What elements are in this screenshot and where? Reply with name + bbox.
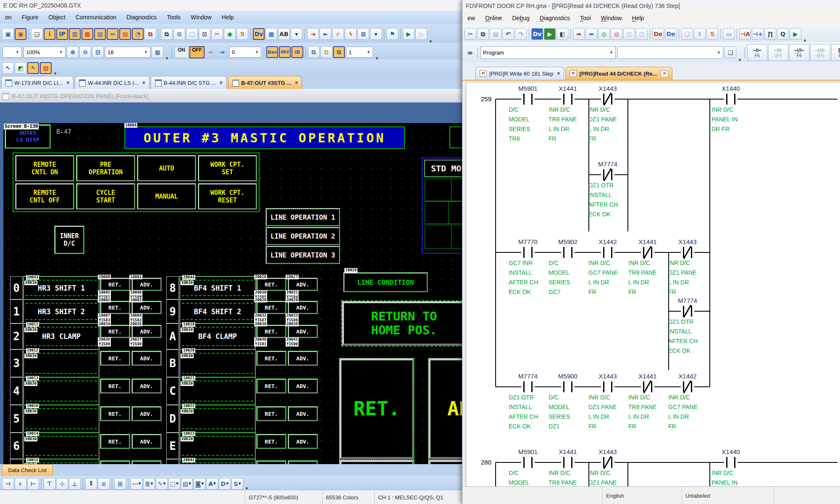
zoom-combo[interactable]: 100%▼: [24, 47, 66, 58]
right-table-row-cell[interactable]: BF4 SHIFT 1: [180, 276, 255, 299]
left-table-ret-button[interactable]: RET.: [100, 407, 130, 421]
left-table-row-cell[interactable]: HR3 SHIFT 1: [24, 276, 99, 299]
overflow-2-icon[interactable]: ▾: [370, 28, 382, 40]
menu-on[interactable]: on: [0, 11, 17, 24]
inner-dc-button[interactable]: INNER D/C: [55, 226, 84, 254]
menu-help[interactable]: Help: [217, 11, 239, 24]
line-style-icon[interactable]: ≣▼: [143, 478, 155, 490]
write-to-plc-icon[interactable]: ➡: [573, 28, 585, 40]
contact-x1441-nc[interactable]: [641, 381, 654, 393]
contact-m7774-nc[interactable]: [681, 305, 694, 317]
screen-window-icon[interactable]: ▣: [2, 28, 14, 40]
menu-object[interactable]: Object: [43, 11, 70, 24]
left-table-adv-button[interactable]: ADV.: [132, 461, 161, 464]
zoom-out-icon[interactable]: ⊖: [79, 46, 91, 58]
left-table-adv-button[interactable]: ADV.: [132, 407, 161, 421]
device-monitor-icon[interactable]: ▶: [544, 28, 556, 40]
find-icon[interactable]: ∞: [465, 47, 475, 58]
ladder-editor[interactable]: M5901D/CMODELSERIESTR8X1441INR D/CTR8 PA…: [466, 82, 840, 487]
monitor-pause-icon[interactable]: ◫: [623, 28, 635, 40]
parts-library-icon[interactable]: ▥: [69, 28, 81, 40]
gt-title-bar[interactable]: E DC RH OP_20250408.GTX: [0, 0, 462, 11]
contact-x1440[interactable]: [724, 457, 738, 468]
distribute-h-icon[interactable]: ⫴: [85, 478, 97, 490]
menu-window[interactable]: Window: [596, 12, 627, 24]
menu-online[interactable]: Online: [480, 12, 507, 24]
bring-to-front-icon[interactable]: ⧉: [161, 28, 173, 40]
left-table-ret-button[interactable]: RET.: [100, 278, 130, 291]
align-bottom-icon[interactable]: ⊥: [69, 478, 81, 490]
read-from-plc-icon[interactable]: ⬅: [585, 28, 597, 40]
run-green-icon[interactable]: ▶: [790, 28, 801, 40]
program-transfer-icon[interactable]: ⇅: [706, 28, 718, 40]
doc-search-icon[interactable]: ❏: [724, 47, 736, 58]
contact-m7770[interactable]: [521, 247, 535, 258]
text-solid-icon[interactable]: S▼: [231, 478, 243, 490]
fill-color-icon[interactable]: ◙▼: [194, 478, 205, 490]
pattern-style-icon[interactable]: ▨▼: [181, 478, 193, 490]
export-door-icon[interactable]: ⇤: [320, 28, 331, 40]
hmi-button-work-cpt-[interactable]: WORK CPT.RESET: [198, 184, 257, 209]
contact-x1443-nc[interactable]: [601, 93, 614, 105]
menu-communication[interactable]: Communication: [71, 11, 121, 24]
gx-title-bar[interactable]: FD\FRONT DOOR CP RH.gxw - [[PRG]Read 44 …: [462, 0, 840, 12]
ladder-f6-button[interactable]: ⊣/⊢F6: [789, 44, 809, 61]
distribute-v-icon[interactable]: ≡: [98, 478, 110, 490]
right-table-ret-button[interactable]: RET.: [257, 461, 286, 464]
right-table-adv-button[interactable]: ADV.: [288, 325, 318, 338]
monitor-stop-icon[interactable]: ◎: [611, 28, 622, 40]
close-icon[interactable]: ✕: [661, 70, 668, 77]
left-table-adv-button[interactable]: ADV.: [132, 278, 161, 291]
import-door-icon[interactable]: ⇥: [307, 28, 319, 40]
right-table-adv-button[interactable]: ADV.: [288, 434, 318, 449]
contact-x1440[interactable]: [724, 93, 738, 105]
right-table-row-cell[interactable]: BF4 SHIFT 2: [180, 299, 255, 323]
text-list-icon[interactable]: AB: [278, 28, 290, 40]
left-table-ret-button[interactable]: RET.: [100, 351, 130, 365]
data-table-icon[interactable]: ▤: [94, 28, 106, 40]
big-adv-lamp[interactable]: ADV.: [428, 358, 462, 459]
monitor-start-icon[interactable]: ◎: [598, 28, 610, 40]
contact-x1441-nc[interactable]: [641, 247, 654, 258]
select-arrow-icon[interactable]: ↖: [2, 62, 14, 74]
data-check-list-tab[interactable]: Data Check List: [2, 464, 53, 476]
right-table-adv-button[interactable]: ADV.: [288, 407, 318, 421]
layer-back-icon[interactable]: ⧉: [320, 46, 332, 58]
align-middle-icon[interactable]: ⊹: [56, 478, 68, 490]
screen-title-banner[interactable]: OUTER #3 MASTIC OPERATION: [124, 126, 405, 149]
screen-preview-icon[interactable]: ◲: [31, 28, 43, 40]
left-table-adv-button[interactable]: ADV.: [132, 379, 161, 393]
align-center-h-icon[interactable]: ⊦: [15, 478, 26, 490]
layer-front-icon[interactable]: ⧉: [308, 46, 320, 58]
data-red-icon[interactable]: ▤: [119, 28, 131, 40]
device-search-icon[interactable]: Dv: [253, 28, 265, 40]
id-display-toggle[interactable]: ID: [291, 46, 303, 58]
toolbar-overflow-icon[interactable]: ▼: [738, 58, 742, 62]
device-find-icon[interactable]: Dv: [531, 28, 543, 40]
hmi-button-cycle[interactable]: CYCLESTART: [76, 184, 135, 209]
statement-ghost-icon[interactable]: ❏: [681, 28, 693, 40]
undo-icon[interactable]: ↶: [502, 28, 514, 40]
ladder-f5-button[interactable]: ⊣⊢F5: [747, 44, 767, 61]
menu-tool[interactable]: Tool: [575, 12, 596, 24]
contact-x1443-nc[interactable]: [681, 247, 694, 258]
state-prev-icon[interactable]: ⬅: [205, 47, 216, 58]
line-operation-button-1[interactable]: LINE OPERATION 1: [266, 208, 340, 226]
menu-diagnostics[interactable]: Diagnostics: [535, 12, 575, 24]
folder-transfer-icon[interactable]: ⇅: [236, 28, 248, 40]
return-home-lamp[interactable]: RETURN TO HOME POS.: [342, 301, 462, 346]
contact-x1443[interactable]: [601, 381, 614, 393]
state-number-combo[interactable]: 0▼: [229, 47, 261, 58]
menu-ew[interactable]: ew: [462, 12, 480, 24]
copy-check-icon[interactable]: ✓: [332, 28, 344, 40]
hmi-button-remote[interactable]: REMOTECNTL OFF: [16, 184, 74, 209]
contact-m7774[interactable]: [521, 381, 535, 393]
tab--prg-r-write-60-181-step[interactable]: ⇄[PRG]R Write 60 181 Step×: [475, 67, 564, 80]
menu-window[interactable]: Window: [186, 11, 217, 24]
align-left-icon[interactable]: ⊣: [2, 478, 14, 490]
right-table-adv-button[interactable]: ADV.: [288, 351, 318, 365]
gt-doc-title-bar[interactable]: B-47:OUT #3STG OPERATION PANEL(Front+Bac…: [0, 89, 462, 103]
right-table-ret-button[interactable]: RET.: [257, 301, 286, 314]
screen-gear-icon[interactable]: ▣: [15, 28, 26, 40]
overflow-1-icon[interactable]: ▾: [291, 28, 302, 40]
